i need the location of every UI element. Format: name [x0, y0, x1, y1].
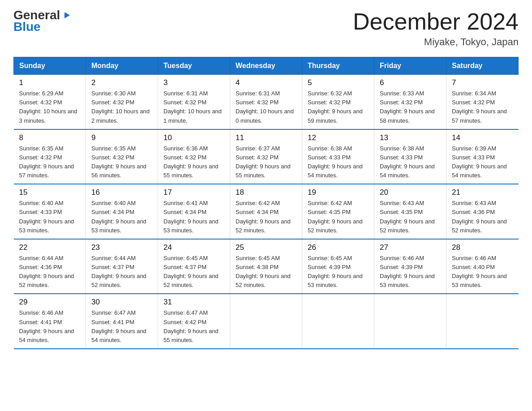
- page-header: General Blue December 2024 Miyake, Tokyo…: [13, 9, 519, 48]
- calendar-day-cell: 4 Sunrise: 6:31 AM Sunset: 4:32 PM Dayli…: [230, 75, 302, 129]
- calendar-location: Miyake, Tokyo, Japan: [353, 36, 519, 48]
- calendar-day-cell: 31 Sunrise: 6:47 AM Sunset: 4:42 PM Dayl…: [158, 294, 230, 349]
- day-number: 10: [163, 133, 224, 142]
- day-info: Sunrise: 6:39 AM Sunset: 4:33 PM Dayligh…: [452, 144, 513, 180]
- logo-arrow-icon: [61, 10, 71, 20]
- calendar-day-cell: 2 Sunrise: 6:30 AM Sunset: 4:32 PM Dayli…: [86, 75, 158, 129]
- day-number: 16: [91, 188, 152, 197]
- calendar-day-cell: 8 Sunrise: 6:35 AM Sunset: 4:32 PM Dayli…: [14, 129, 86, 184]
- day-info: Sunrise: 6:31 AM Sunset: 4:32 PM Dayligh…: [163, 89, 224, 125]
- logo: General Blue: [13, 9, 71, 34]
- calendar-day-cell: 22 Sunrise: 6:44 AM Sunset: 4:36 PM Dayl…: [14, 239, 86, 294]
- calendar-day-cell: 16 Sunrise: 6:40 AM Sunset: 4:34 PM Dayl…: [86, 184, 158, 239]
- svg-marker-0: [64, 12, 70, 18]
- calendar-week-3: 15 Sunrise: 6:40 AM Sunset: 4:33 PM Dayl…: [14, 184, 519, 239]
- calendar-day-cell: 27 Sunrise: 6:46 AM Sunset: 4:39 PM Dayl…: [374, 239, 446, 294]
- calendar-week-2: 8 Sunrise: 6:35 AM Sunset: 4:32 PM Dayli…: [14, 129, 519, 184]
- day-number: 8: [19, 133, 81, 142]
- calendar-title-block: December 2024 Miyake, Tokyo, Japan: [353, 9, 519, 48]
- day-number: 31: [163, 298, 224, 307]
- day-info: Sunrise: 6:47 AM Sunset: 4:41 PM Dayligh…: [91, 308, 152, 345]
- day-info: Sunrise: 6:42 AM Sunset: 4:35 PM Dayligh…: [308, 199, 369, 235]
- day-number: 13: [380, 133, 441, 142]
- calendar-week-5: 29 Sunrise: 6:46 AM Sunset: 4:41 PM Dayl…: [14, 294, 519, 349]
- day-number: 22: [19, 243, 81, 252]
- calendar-day-cell: 15 Sunrise: 6:40 AM Sunset: 4:33 PM Dayl…: [14, 184, 86, 239]
- calendar-day-cell: [230, 294, 302, 349]
- weekday-thursday: Thursday: [302, 57, 374, 75]
- calendar-day-cell: 11 Sunrise: 6:37 AM Sunset: 4:32 PM Dayl…: [230, 129, 302, 184]
- calendar-day-cell: 28 Sunrise: 6:46 AM Sunset: 4:40 PM Dayl…: [446, 239, 519, 294]
- day-info: Sunrise: 6:41 AM Sunset: 4:34 PM Dayligh…: [163, 199, 224, 235]
- day-info: Sunrise: 6:34 AM Sunset: 4:32 PM Dayligh…: [452, 89, 513, 125]
- calendar-day-cell: [446, 294, 519, 349]
- calendar-day-cell: 6 Sunrise: 6:33 AM Sunset: 4:32 PM Dayli…: [374, 75, 446, 129]
- day-info: Sunrise: 6:46 AM Sunset: 4:41 PM Dayligh…: [19, 308, 81, 345]
- calendar-day-cell: 3 Sunrise: 6:31 AM Sunset: 4:32 PM Dayli…: [158, 75, 230, 129]
- day-number: 6: [380, 78, 441, 87]
- calendar-day-cell: 30 Sunrise: 6:47 AM Sunset: 4:41 PM Dayl…: [86, 294, 158, 349]
- day-number: 12: [308, 133, 369, 142]
- calendar-day-cell: 9 Sunrise: 6:35 AM Sunset: 4:32 PM Dayli…: [86, 129, 158, 184]
- day-number: 24: [163, 243, 224, 252]
- calendar-day-cell: 12 Sunrise: 6:38 AM Sunset: 4:33 PM Dayl…: [302, 129, 374, 184]
- day-number: 18: [236, 188, 296, 197]
- weekday-saturday: Saturday: [446, 57, 519, 75]
- day-info: Sunrise: 6:40 AM Sunset: 4:34 PM Dayligh…: [91, 199, 152, 235]
- day-info: Sunrise: 6:47 AM Sunset: 4:42 PM Dayligh…: [163, 308, 224, 345]
- day-number: 4: [236, 78, 296, 87]
- day-info: Sunrise: 6:37 AM Sunset: 4:32 PM Dayligh…: [236, 144, 296, 180]
- calendar-day-cell: 5 Sunrise: 6:32 AM Sunset: 4:32 PM Dayli…: [302, 75, 374, 129]
- day-number: 1: [19, 78, 81, 87]
- weekday-header-row: SundayMondayTuesdayWednesdayThursdayFrid…: [14, 57, 519, 75]
- logo-text-blue: Blue: [13, 20, 41, 34]
- day-info: Sunrise: 6:32 AM Sunset: 4:32 PM Dayligh…: [308, 89, 369, 125]
- calendar-day-cell: 13 Sunrise: 6:38 AM Sunset: 4:33 PM Dayl…: [374, 129, 446, 184]
- day-number: 20: [380, 188, 441, 197]
- day-number: 14: [452, 133, 513, 142]
- calendar-header: SundayMondayTuesdayWednesdayThursdayFrid…: [14, 57, 519, 75]
- weekday-sunday: Sunday: [14, 57, 86, 75]
- calendar-day-cell: 26 Sunrise: 6:45 AM Sunset: 4:39 PM Dayl…: [302, 239, 374, 294]
- day-info: Sunrise: 6:45 AM Sunset: 4:38 PM Dayligh…: [236, 254, 296, 290]
- day-info: Sunrise: 6:35 AM Sunset: 4:32 PM Dayligh…: [91, 144, 152, 180]
- day-info: Sunrise: 6:29 AM Sunset: 4:32 PM Dayligh…: [19, 89, 81, 125]
- day-number: 27: [380, 243, 441, 252]
- calendar-table: SundayMondayTuesdayWednesdayThursdayFrid…: [13, 57, 519, 349]
- day-number: 28: [452, 243, 513, 252]
- day-number: 29: [19, 298, 81, 307]
- weekday-monday: Monday: [86, 57, 158, 75]
- day-number: 11: [236, 133, 296, 142]
- day-info: Sunrise: 6:42 AM Sunset: 4:34 PM Dayligh…: [236, 199, 296, 235]
- calendar-day-cell: 10 Sunrise: 6:36 AM Sunset: 4:32 PM Dayl…: [158, 129, 230, 184]
- weekday-friday: Friday: [374, 57, 446, 75]
- calendar-month-year: December 2024: [353, 9, 519, 34]
- day-number: 17: [163, 188, 224, 197]
- day-info: Sunrise: 6:36 AM Sunset: 4:32 PM Dayligh…: [163, 144, 224, 180]
- calendar-body: 1 Sunrise: 6:29 AM Sunset: 4:32 PM Dayli…: [14, 75, 519, 349]
- day-info: Sunrise: 6:44 AM Sunset: 4:37 PM Dayligh…: [91, 254, 152, 290]
- calendar-day-cell: 25 Sunrise: 6:45 AM Sunset: 4:38 PM Dayl…: [230, 239, 302, 294]
- calendar-day-cell: 24 Sunrise: 6:45 AM Sunset: 4:37 PM Dayl…: [158, 239, 230, 294]
- day-info: Sunrise: 6:44 AM Sunset: 4:36 PM Dayligh…: [19, 254, 81, 290]
- calendar-day-cell: 1 Sunrise: 6:29 AM Sunset: 4:32 PM Dayli…: [14, 75, 86, 129]
- day-number: 2: [91, 78, 152, 87]
- calendar-day-cell: [374, 294, 446, 349]
- day-number: 3: [163, 78, 224, 87]
- day-number: 30: [91, 298, 152, 307]
- day-info: Sunrise: 6:31 AM Sunset: 4:32 PM Dayligh…: [236, 89, 296, 125]
- day-info: Sunrise: 6:43 AM Sunset: 4:36 PM Dayligh…: [452, 199, 513, 235]
- day-number: 9: [91, 133, 152, 142]
- day-info: Sunrise: 6:40 AM Sunset: 4:33 PM Dayligh…: [19, 199, 81, 235]
- calendar-day-cell: 18 Sunrise: 6:42 AM Sunset: 4:34 PM Dayl…: [230, 184, 302, 239]
- day-number: 19: [308, 188, 369, 197]
- calendar-day-cell: 17 Sunrise: 6:41 AM Sunset: 4:34 PM Dayl…: [158, 184, 230, 239]
- calendar-day-cell: 21 Sunrise: 6:43 AM Sunset: 4:36 PM Dayl…: [446, 184, 519, 239]
- day-info: Sunrise: 6:30 AM Sunset: 4:32 PM Dayligh…: [91, 89, 152, 125]
- weekday-wednesday: Wednesday: [230, 57, 302, 75]
- day-number: 7: [452, 78, 513, 87]
- calendar-week-4: 22 Sunrise: 6:44 AM Sunset: 4:36 PM Dayl…: [14, 239, 519, 294]
- day-info: Sunrise: 6:33 AM Sunset: 4:32 PM Dayligh…: [380, 89, 441, 125]
- day-number: 21: [452, 188, 513, 197]
- day-info: Sunrise: 6:45 AM Sunset: 4:39 PM Dayligh…: [308, 254, 369, 290]
